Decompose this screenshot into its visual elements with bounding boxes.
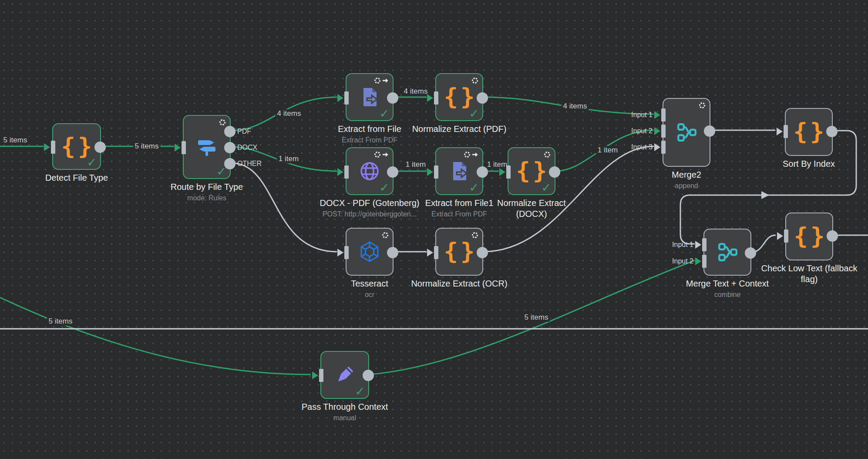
code-braces-icon: {}: [444, 85, 477, 109]
input-port[interactable]: [434, 91, 438, 105]
node-subtitle: manual: [302, 414, 388, 422]
output-port[interactable]: [94, 142, 106, 153]
input-arrow-icon: [44, 143, 50, 151]
node-title: Route by File Typemode: Rules: [171, 182, 243, 202]
success-check-icon: ✓: [379, 108, 389, 119]
node-check-low-text[interactable]: {}Check Low Text (fallbackflag): [785, 213, 833, 260]
node-docx-pdf-gotenberg[interactable]: ✓DOCX - PDF (Gotenberg)POST: http://gote…: [346, 147, 394, 195]
input-port-label: Input 1: [672, 241, 693, 249]
node-merge-text-context[interactable]: Input 1Input 2Merge Text + Contextcombin…: [703, 229, 751, 276]
node-status-icons: [382, 232, 389, 239]
input-arrow-icon: [337, 94, 343, 102]
edge-normalize-pdf-to-merge2[interactable]: [483, 97, 654, 114]
node-subtitle: combine: [686, 290, 769, 299]
stale-data-icon: [471, 232, 478, 239]
output-port[interactable]: [387, 247, 398, 258]
stale-data-icon: [219, 119, 226, 126]
input-arrow-icon: [175, 144, 181, 152]
node-detect-file-type[interactable]: {}✓Detect File Type: [52, 123, 101, 170]
input-port[interactable]: [661, 108, 666, 122]
node-status-icons: [699, 102, 706, 109]
input-port[interactable]: [344, 165, 349, 179]
node-normalize-extract-ocr[interactable]: {}Normalize Extract (OCR): [435, 228, 483, 276]
stale-data-icon: [382, 232, 389, 239]
input-port[interactable]: [506, 165, 511, 179]
input-port[interactable]: [702, 255, 707, 268]
edge-route-pdf-to-extract[interactable]: [231, 97, 337, 131]
output-port[interactable]: [224, 126, 236, 137]
extract-file-icon: [448, 160, 471, 182]
node-status-icons: [544, 151, 551, 158]
input-port-label: Input 2: [672, 257, 693, 265]
workflow-canvas[interactable]: 5 items5 items4 items1 item4 items1 item…: [0, 0, 868, 459]
input-port[interactable]: [344, 91, 349, 105]
success-check-icon: ✓: [87, 156, 97, 168]
node-extract-from-file1[interactable]: ✓Extract from File1Extract From PDF: [435, 147, 483, 195]
edge-direction-arrow-icon: [761, 191, 769, 199]
output-port[interactable]: [224, 142, 236, 153]
input-port[interactable]: [784, 230, 788, 243]
output-port-label: OTHER: [237, 160, 262, 168]
extract-file-icon: [358, 86, 381, 108]
node-subtitle: mode: Rules: [171, 194, 243, 202]
node-pass-through-context[interactable]: ✓Pass Through Contextmanual: [320, 351, 369, 399]
input-port[interactable]: [661, 141, 666, 154]
output-port[interactable]: [827, 230, 838, 242]
node-merge2[interactable]: Input 1Input 2Input 3Merge2append: [663, 98, 710, 167]
edge-pass-through-to-merge-text[interactable]: [369, 260, 695, 375]
output-port[interactable]: [826, 126, 838, 137]
input-arrow-icon: [312, 371, 318, 379]
node-sort-by-index[interactable]: {}Sort By Index: [785, 108, 833, 156]
stale-data-icon: [374, 151, 381, 158]
input-port[interactable]: [661, 125, 666, 138]
node-subtitle: append: [672, 182, 701, 190]
node-extract-from-file[interactable]: ✓Extract from FileExtract From PDF: [346, 73, 394, 121]
output-port[interactable]: [704, 125, 715, 137]
edge-incoming-pass-through[interactable]: [0, 297, 311, 375]
output-port[interactable]: [477, 247, 488, 258]
tesseract-cube-icon: [358, 240, 381, 263]
code-braces-icon: {}: [516, 159, 549, 183]
output-port[interactable]: [745, 247, 756, 259]
input-port[interactable]: [319, 369, 323, 382]
output-port[interactable]: [477, 92, 488, 104]
input-port-label: Input 1: [631, 111, 653, 119]
merge-branches-icon: [676, 122, 697, 143]
node-title: Extract from FileExtract From PDF: [338, 124, 401, 145]
input-arrow-icon: [654, 111, 660, 119]
node-tesseract[interactable]: Tesseractocr: [346, 228, 394, 276]
forward-arrow-icon: [472, 151, 478, 158]
stale-data-icon: [471, 77, 478, 84]
output-port[interactable]: [549, 166, 560, 178]
input-port[interactable]: [344, 246, 349, 259]
node-title: Normalize Extract (PDF): [412, 124, 507, 135]
code-braces-icon: {}: [444, 240, 477, 263]
node-title: DOCX - PDF (Gotenberg)POST: http://goten…: [320, 198, 420, 219]
node-normalize-extract-pdf[interactable]: {}✓Normalize Extract (PDF): [435, 73, 483, 121]
input-port-label: Input 3: [631, 143, 653, 151]
node-route-by-file-type[interactable]: ✓PDFDOCXOTHERRoute by File Typemode: Rul…: [183, 115, 231, 179]
output-port[interactable]: [387, 92, 398, 104]
output-port[interactable]: [477, 166, 488, 178]
output-port[interactable]: [387, 166, 398, 178]
success-check-icon: ✓: [541, 182, 551, 193]
success-check-icon: ✓: [469, 182, 479, 193]
output-port[interactable]: [224, 158, 236, 169]
node-normalize-extract-docx[interactable]: {}✓Normalize Extract(DOCX): [508, 147, 555, 195]
input-port[interactable]: [51, 141, 55, 154]
stale-data-icon: [374, 77, 381, 84]
input-port[interactable]: [182, 141, 186, 154]
input-port[interactable]: [702, 238, 707, 251]
output-port[interactable]: [363, 370, 374, 381]
node-status-icons: [464, 151, 478, 158]
input-port[interactable]: [784, 125, 788, 138]
input-port[interactable]: [434, 165, 438, 179]
input-port[interactable]: [434, 246, 438, 259]
node-status-icons: [471, 77, 478, 84]
node-title: Merge Text + Contextcombine: [686, 278, 769, 299]
node-title: Normalize Extract (OCR): [411, 278, 507, 289]
node-subtitle: ocr: [351, 290, 388, 299]
forward-arrow-icon: [382, 77, 389, 84]
node-status-icons: [471, 232, 478, 239]
pencil-icon: [333, 364, 356, 386]
